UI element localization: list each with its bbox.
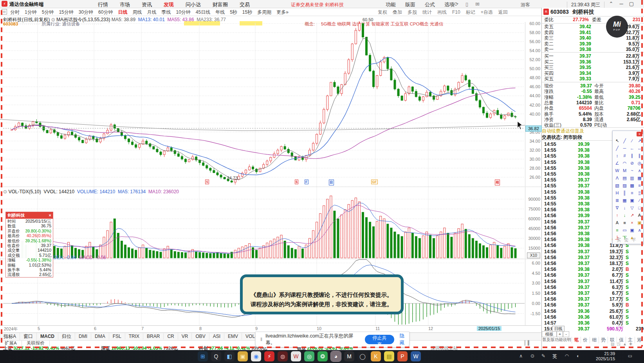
settings-dot-icon[interactable]: ⊙ [3, 189, 8, 194]
volume-icon[interactable]: ◖ [576, 353, 579, 359]
draw-tool-icon[interactable]: ↗ [628, 212, 636, 219]
draw-tool-icon[interactable]: ▦ [621, 197, 628, 204]
indicator-tab-FSL[interactable]: FSL [109, 333, 125, 339]
draw-tool-icon[interactable]: ∠ [613, 160, 621, 167]
chat-app-icon[interactable]: ◧ [224, 351, 235, 361]
draw-tool-icon[interactable]: ╱ [621, 137, 628, 145]
chrome-icon[interactable]: ◉ [251, 351, 261, 361]
draw-tool-icon[interactable]: ▥ [628, 174, 636, 182]
indicator-tab-指标A[interactable]: 指标A [0, 333, 20, 340]
mini-tab-势[interactable]: 势 [599, 337, 608, 343]
draw-tool-icon[interactable]: ↕ [613, 152, 621, 160]
tick-row[interactable]: 14:5639.3717.7万S [542, 296, 644, 302]
stop-share-button[interactable]: 停止共享 [365, 335, 394, 344]
indicator-tab-EMV[interactable]: EMV [224, 333, 242, 339]
mini-tab-笔[interactable]: 笔 [572, 337, 581, 343]
kugou-app-icon[interactable]: K [371, 351, 381, 361]
hide-share-link[interactable]: 隐藏 [400, 333, 409, 346]
layout-icons[interactable]: ║ ▌ [523, 340, 531, 345]
search-icon[interactable]: Q [211, 351, 221, 361]
mini-tab-细[interactable]: 细 [590, 337, 599, 343]
tick-row[interactable]: 14:5639.3719.3万S [542, 249, 644, 255]
indicator-tab-DMI[interactable]: DMI [75, 333, 91, 339]
wechat-icon[interactable]: ❂ [317, 351, 328, 361]
draw-tool-icon[interactable]: ║ [621, 189, 628, 197]
tooltip-header[interactable]: 剑桥科技 × [6, 212, 53, 219]
draw-tool-icon[interactable]: ← [628, 145, 636, 152]
draw-tool-icon[interactable]: ╱ [613, 145, 621, 152]
sell-row-卖四[interactable]: 卖四39.4132.7万 [542, 30, 644, 35]
draw-tool-icon[interactable]: ▤ [621, 174, 628, 182]
pen-icon[interactable]: ✎ [541, 353, 545, 359]
sell-row-卖五[interactable]: 卖五39.4229.6万 [542, 24, 644, 29]
zoom-out-button[interactable]: - [563, 331, 569, 337]
taskbar-clock[interactable]: 21:39 2025/1/15 [596, 351, 615, 361]
zoom-in-button[interactable]: + [557, 331, 563, 337]
indicator-tab-TRIX[interactable]: TRIX [125, 333, 143, 339]
draw-tool-icon[interactable]: ∇ [613, 204, 621, 212]
edition-note[interactable]: 普及版功能说明 [542, 337, 571, 343]
powerpoint-icon[interactable]: P [397, 351, 408, 361]
tdx-app-icon[interactable]: ⚡ [264, 351, 274, 361]
notification-icon[interactable]: ▭ [628, 353, 632, 359]
draw-tool-icon[interactable]: ≡ [613, 227, 621, 234]
file-explorer-icon[interactable]: ▣ [238, 351, 248, 361]
tick-row[interactable]: 14:5639.3718.1万S [542, 261, 644, 267]
start-button[interactable]: ⊞ [198, 351, 208, 361]
indicator-tab-VR[interactable]: VR [178, 333, 192, 339]
collapse-window-button[interactable]: ⌃ [606, 1, 616, 7]
draw-tool-icon[interactable]: ▽ [628, 204, 636, 212]
draw-tool-icon[interactable]: ∕ [628, 137, 636, 145]
draw-tool-icon[interactable]: ⊘ [628, 160, 636, 167]
draw-tool-icon[interactable]: ▧ [613, 182, 621, 189]
draw-tool-icon[interactable]: ↓ [621, 204, 628, 212]
draw-tool-icon[interactable]: Λ [613, 174, 621, 182]
green-app-icon[interactable]: ◎ [304, 351, 314, 361]
qq-icon[interactable]: ◕ [331, 351, 341, 361]
draw-tool-icon[interactable]: # [621, 152, 628, 160]
draw-tool-icon[interactable]: ─ [621, 145, 628, 152]
draw-tool-icon[interactable]: ↑ [613, 212, 621, 219]
indicator-tab-归位[interactable]: 归位 [58, 333, 75, 340]
minimize-button[interactable]: ─ [616, 1, 626, 7]
wh6-app-icon[interactable]: W [291, 351, 301, 361]
stickynotes-icon[interactable]: ▤ [384, 351, 394, 361]
tick-row[interactable]: 14:5639.3711.4万S [542, 279, 644, 285]
draw-tool-icon[interactable]: ▭ [621, 227, 628, 234]
indicator-tab-MACD[interactable]: MACD [37, 333, 58, 339]
camera-app-icon[interactable]: ◯ [357, 351, 368, 361]
buy-row-买一[interactable]: 买一39.3722.8万 [542, 53, 644, 59]
maximize-button[interactable]: ▢ [626, 1, 637, 7]
sell-row-卖二[interactable]: 卖二39.399.5万 [542, 41, 644, 47]
indicator-tab-ASI[interactable]: ASI [209, 333, 224, 339]
draw-tool-icon[interactable]: ↓ [621, 212, 628, 219]
vol-indicator-name[interactable]: VOL-TDX(5,10) [8, 189, 41, 194]
draw-tool-icon[interactable]: H [613, 189, 621, 197]
mi-app-icon[interactable]: M [344, 351, 354, 361]
draw-tool-icon[interactable]: W [613, 167, 621, 174]
draw-tool-icon[interactable]: ◠ [621, 160, 628, 167]
buy-row-买三[interactable]: 买三39.3521.6万 [542, 65, 644, 70]
tick-row[interactable]: 14:5639.382.0万B [542, 267, 644, 272]
tick-row[interactable]: 14:5639.3661.0万S [542, 314, 644, 320]
word-icon[interactable]: W [411, 351, 421, 361]
draw-tool-icon[interactable]: ▩ [628, 182, 636, 189]
tick-row[interactable]: 14:5639.376.7万S [542, 272, 644, 278]
draw-tool-icon[interactable]: M [621, 167, 628, 174]
period-box[interactable]: 日线 [552, 326, 565, 332]
bs-filter-buttons[interactable]: 买卖平 [613, 237, 643, 243]
sell-row-卖三[interactable]: 卖三39.4011.8万 [542, 35, 644, 41]
draw-tool-icon[interactable]: ▣ [628, 227, 636, 234]
indicator-tab-BRAR[interactable]: BRAR [143, 333, 164, 339]
netease-app-icon[interactable]: ◍ [278, 351, 288, 361]
indicator-tab-CR[interactable]: CR [164, 333, 178, 339]
tick-row[interactable]: 14:5739.360.4万S [542, 320, 644, 326]
draw-tool-icon[interactable]: ■ [621, 219, 628, 227]
ime-lang-indicator[interactable]: 英 [552, 353, 557, 360]
tick-row[interactable]: 14:5639.375.9万B [542, 302, 644, 308]
tick-row[interactable]: 14:5639.3625.6万S [542, 309, 644, 314]
draw-tool-icon[interactable]: ~ [628, 167, 636, 174]
draw-tool-icon[interactable]: ≣ [613, 197, 621, 204]
tick-row[interactable]: 14:5639.3732.3万S [542, 255, 644, 261]
tray-chevron-icon[interactable]: ∧ [519, 353, 523, 359]
